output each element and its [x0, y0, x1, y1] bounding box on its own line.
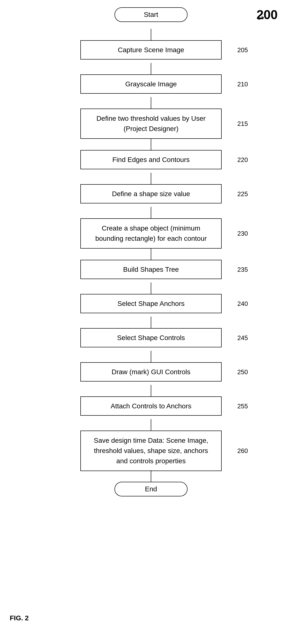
step-250-ref: 250 — [237, 367, 248, 376]
step-220: Find Edges and Contours 220 — [80, 150, 222, 169]
step-260-ref: 260 — [237, 446, 248, 456]
step-215-ref: 215 — [237, 119, 248, 128]
step-250-box: Draw (mark) GUI Controls 250 — [80, 362, 222, 382]
figure-label: FIG. 2 — [10, 614, 29, 622]
step-230: Create a shape object (minimumbounding r… — [80, 218, 222, 248]
arrow-9 — [151, 317, 151, 329]
step-220-ref: 220 — [237, 155, 248, 164]
arrow-3 — [151, 97, 151, 109]
step-245-ref: 245 — [237, 333, 248, 342]
step-215: Define two threshold values by User(Proj… — [80, 108, 222, 139]
step-220-box: Find Edges and Contours 220 — [80, 150, 222, 169]
step-215-box: Define two threshold values by User(Proj… — [80, 108, 222, 139]
arrow-10 — [151, 351, 151, 363]
step-245-box: Select Shape Controls 245 — [80, 328, 222, 347]
step-205-box: Capture Scene Image 205 — [80, 40, 222, 60]
arrow-13 — [151, 470, 151, 482]
arrow-2 — [151, 63, 151, 75]
step-205: Capture Scene Image 205 — [80, 40, 222, 60]
step-235-ref: 235 — [237, 265, 248, 274]
arrow-5 — [151, 173, 151, 185]
step-210-box: Grayscale Image 210 — [80, 74, 222, 94]
arrow-11 — [151, 385, 151, 397]
arrow-4 — [151, 138, 151, 151]
step-235: Build Shapes Tree 235 — [80, 260, 222, 279]
step-210-ref: 210 — [237, 80, 248, 88]
arrow-8 — [151, 282, 151, 295]
start-label: Start — [115, 7, 187, 22]
arrow-12 — [151, 419, 151, 431]
step-230-ref: 230 — [237, 229, 248, 238]
step-210: Grayscale Image 210 — [80, 74, 222, 94]
step-260: Save design time Data: Scene Image,thres… — [80, 430, 222, 471]
step-240: Select Shape Anchors 240 — [80, 294, 222, 313]
step-230-box: Create a shape object (minimumbounding r… — [80, 218, 222, 248]
arrow-6 — [151, 207, 151, 219]
step-225-ref: 225 — [237, 189, 248, 198]
end-node: End — [115, 482, 187, 496]
step-245: Select Shape Controls 245 — [80, 328, 222, 347]
arrow-7 — [151, 248, 151, 260]
step-240-ref: 240 — [237, 299, 248, 308]
arrow-1 — [151, 29, 151, 41]
end-label: End — [115, 482, 187, 496]
step-260-box: Save design time Data: Scene Image,thres… — [80, 430, 222, 471]
step-255: Attach Controls to Anchors 255 — [80, 396, 222, 416]
step-225: Define a shape size value 225 — [80, 184, 222, 204]
step-240-box: Select Shape Anchors 240 — [80, 294, 222, 313]
step-250: Draw (mark) GUI Controls 250 — [80, 362, 222, 382]
flowchart-diagram: 200 ↙ Start Capture Scene Image 205 Gray… — [0, 0, 302, 644]
step-205-ref: 205 — [237, 45, 248, 54]
step-225-box: Define a shape size value 225 — [80, 184, 222, 204]
step-255-ref: 255 — [237, 402, 248, 410]
step-235-box: Build Shapes Tree 235 — [80, 260, 222, 279]
step-255-box: Attach Controls to Anchors 255 — [80, 396, 222, 416]
start-node: Start — [115, 7, 187, 22]
